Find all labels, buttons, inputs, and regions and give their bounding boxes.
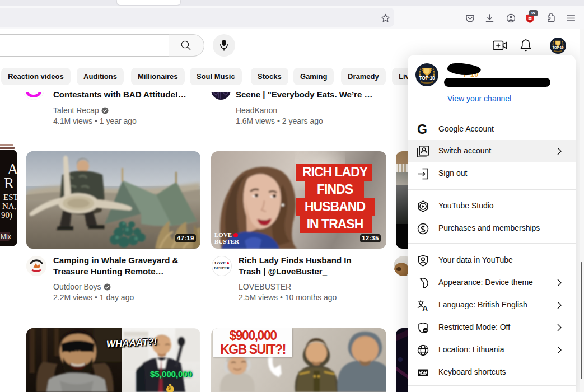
svg-text:TOP 10: TOP 10: [552, 46, 564, 49]
svg-text:$: $: [168, 385, 171, 391]
svg-text:TOP 10: TOP 10: [419, 75, 435, 81]
svg-text:A: A: [422, 304, 428, 312]
